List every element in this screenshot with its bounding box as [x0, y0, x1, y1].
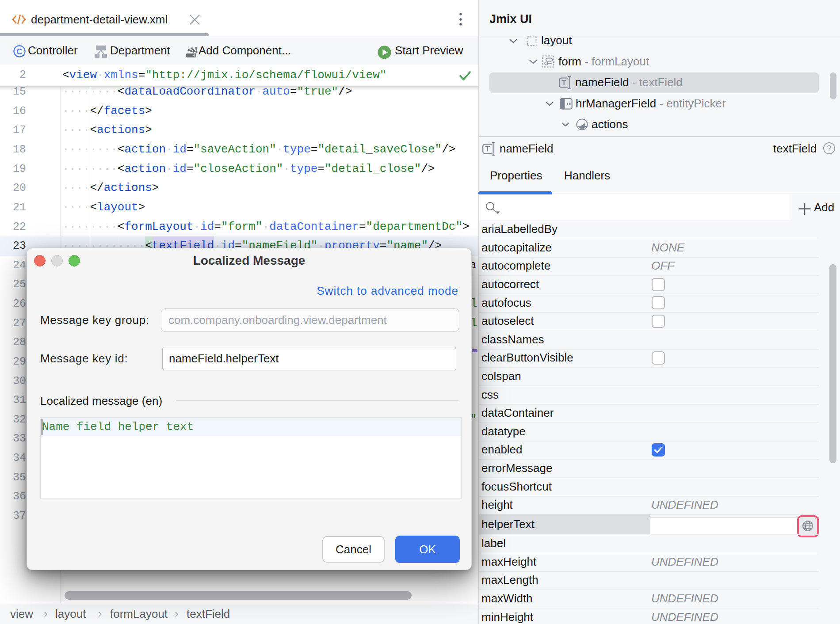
svg-text:C: C: [16, 47, 22, 56]
